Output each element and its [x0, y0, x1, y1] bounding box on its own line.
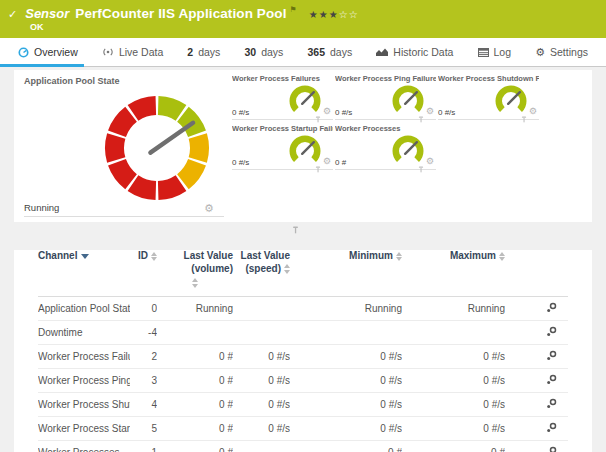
cell-last-value-speed: 0 #/s	[233, 368, 290, 392]
sensor-title: PerfCounter IIS Application Pool⚑	[75, 5, 297, 21]
cell-id: 1	[130, 440, 157, 452]
pin-icon[interactable]	[315, 166, 321, 173]
gauge-tile-worker-process-shutdown-failures[interactable]: Worker Process Shutdown Fa... 0 #/s ⚙	[438, 74, 539, 120]
cell-maximum: 0 #/s	[402, 392, 505, 416]
overview-panel: Application Pool State Running ⚙ Worker …	[14, 70, 592, 222]
tab-historic-data[interactable]: Historic Data	[370, 38, 459, 66]
cell-minimum: 0 #	[290, 440, 402, 452]
small-gauge	[493, 83, 529, 119]
gear-icon[interactable]: ⚙	[426, 107, 434, 116]
empty-tile	[438, 124, 539, 170]
table-row[interactable]: Application Pool State0RunningRunningRun…	[38, 296, 568, 320]
tab-historic-data-label: Historic Data	[393, 46, 453, 58]
cell-last-value-volume: 0 #	[157, 440, 233, 452]
cell-maximum: 0 #/s	[402, 416, 505, 440]
sort-icon	[284, 264, 290, 274]
col-header-maximum[interactable]: Maximum	[402, 250, 505, 296]
tab-30-days[interactable]: 30 days	[238, 38, 289, 66]
cell-maximum	[402, 320, 505, 344]
table-row[interactable]: Worker Processes10 #0 #0 #	[38, 440, 568, 452]
sort-icon	[396, 252, 402, 262]
col-header-channel[interactable]: Channel	[38, 250, 130, 296]
gear-icon[interactable]: ⚙	[323, 157, 331, 166]
small-gauge	[390, 83, 426, 119]
channel-settings-wrench-icon[interactable]	[546, 446, 557, 452]
cell-last-value-speed: 0 #/s	[233, 392, 290, 416]
cell-last-value-speed: 0 #/s	[233, 416, 290, 440]
channel-table: Channel ID Last Value(volume) Last Value…	[38, 250, 568, 452]
cell-minimum: 0 #/s	[290, 368, 402, 392]
tab-settings-label: Settings	[550, 46, 588, 58]
table-row[interactable]: Worker Process Failures20 #0 #/s0 #/s0 #…	[38, 344, 568, 368]
priority-stars[interactable]: ★★★☆☆	[309, 9, 359, 20]
sensor-header: ✓ Sensor PerfCounter IIS Application Poo…	[0, 0, 606, 38]
gauge-tile-worker-process-ping-failures[interactable]: Worker Process Ping Failures 0 #/s ⚙	[335, 74, 436, 120]
cell-channel: Application Pool State	[38, 296, 130, 320]
table-row[interactable]: Worker Process Shutdo...40 #0 #/s0 #/s0 …	[38, 392, 568, 416]
tab-log[interactable]: Log	[472, 38, 518, 66]
main-gauge-tile[interactable]: Application Pool State Running ⚙	[14, 70, 230, 222]
tab-settings[interactable]: ⚙ Settings	[529, 38, 594, 66]
cell-id: 0	[130, 296, 157, 320]
channel-settings-wrench-icon[interactable]	[546, 374, 557, 385]
gear-icon[interactable]: ⚙	[323, 107, 331, 116]
pin-icon[interactable]	[315, 116, 321, 123]
gear-icon[interactable]: ⚙	[529, 107, 537, 116]
table-row[interactable]: Worker Process Startup...50 #0 #/s0 #/s0…	[38, 416, 568, 440]
tab-overview[interactable]: Overview	[12, 38, 84, 66]
col-header-minimum[interactable]: Minimum	[290, 250, 402, 296]
cell-id: 4	[130, 392, 157, 416]
status-ok-check-icon: ✓	[8, 8, 17, 21]
col-header-settings	[505, 250, 568, 296]
cell-last-value-volume: 0 #	[157, 416, 233, 440]
cell-last-value-volume	[157, 320, 233, 344]
tab-live-data[interactable]: Live Data	[96, 38, 169, 66]
table-row[interactable]: Worker Process Ping Fa...30 #0 #/s0 #/s0…	[38, 368, 568, 392]
pin-icon[interactable]	[418, 116, 424, 123]
cell-id: -4	[130, 320, 157, 344]
gauge-icon	[18, 47, 29, 58]
gauge-tile-worker-process-startup-failures[interactable]: Worker Process Startup Failu... 0 #/s ⚙	[232, 124, 333, 170]
cell-id: 5	[130, 416, 157, 440]
cell-last-value-volume: Running	[157, 296, 233, 320]
tab-365-days[interactable]: 365 days	[301, 38, 358, 66]
cell-minimum: 0 #/s	[290, 416, 402, 440]
small-gauge	[287, 83, 323, 119]
gear-icon: ⚙	[535, 47, 545, 58]
cell-maximum: 0 #/s	[402, 368, 505, 392]
channel-settings-wrench-icon[interactable]	[546, 326, 557, 337]
cell-last-value-volume: 0 #	[157, 392, 233, 416]
cell-settings	[505, 368, 568, 392]
object-kind-label: Sensor	[25, 6, 69, 21]
channel-settings-wrench-icon[interactable]	[546, 422, 557, 433]
col-header-last-value-speed[interactable]: Last Value(speed)	[233, 250, 290, 296]
gear-icon[interactable]: ⚙	[426, 157, 434, 166]
cell-last-value-speed: 0 #/s	[233, 344, 290, 368]
small-gauge	[287, 133, 323, 169]
channel-settings-wrench-icon[interactable]	[546, 398, 557, 409]
col-header-id[interactable]: ID	[130, 250, 157, 296]
pin-icon[interactable]	[418, 166, 424, 173]
divider	[24, 216, 224, 217]
cell-minimum	[290, 320, 402, 344]
channel-settings-wrench-icon[interactable]	[546, 350, 557, 361]
pin-icon[interactable]	[292, 226, 299, 234]
gauge-tile-worker-processes[interactable]: Worker Processes 0 # ⚙	[335, 124, 436, 170]
cell-id: 3	[130, 368, 157, 392]
cell-channel: Worker Process Failures	[38, 344, 130, 368]
channel-settings-wrench-icon[interactable]	[546, 302, 557, 313]
main-gauge-value: Running	[24, 202, 59, 213]
table-row[interactable]: Downtime-4	[38, 320, 568, 344]
gear-icon[interactable]: ⚙	[204, 203, 214, 214]
gauge-tile-worker-process-failures[interactable]: Worker Process Failures 0 #/s ⚙	[232, 74, 333, 120]
small-gauge	[390, 133, 426, 169]
sort-icon	[151, 252, 157, 262]
cell-channel: Worker Processes	[38, 440, 130, 452]
pin-icon[interactable]	[521, 116, 527, 123]
cell-last-value-volume: 0 #	[157, 368, 233, 392]
cell-last-value-speed	[233, 440, 290, 452]
tab-log-label: Log	[494, 46, 512, 58]
col-header-last-value-volume[interactable]: Last Value(volume)	[157, 250, 233, 296]
tab-2-days[interactable]: 2 days	[181, 38, 226, 66]
sort-icon	[192, 278, 199, 288]
